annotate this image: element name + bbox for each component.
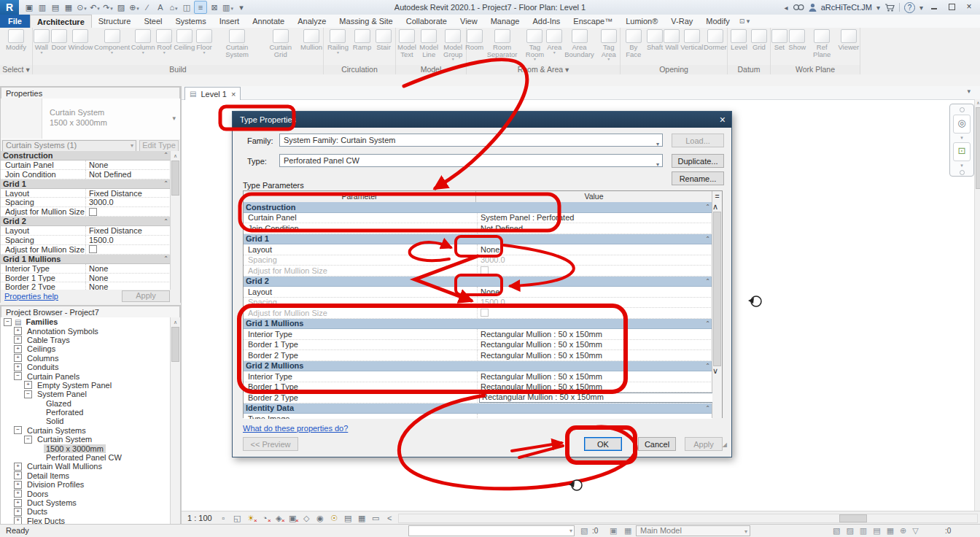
aligned-dimension-icon[interactable]: ∕: [141, 1, 153, 13]
tree-item-duct-systems[interactable]: +Duct Systems: [1, 498, 171, 507]
rendering-dialog-icon[interactable]: ◈×: [273, 513, 284, 524]
tree-item-annotation-symbols[interactable]: +Annotation Symbols: [1, 326, 171, 335]
redo-icon[interactable]: ↷▾: [102, 1, 114, 13]
tree-item-empty-system-panel[interactable]: +Empty System Panel: [1, 381, 171, 390]
model-text-button[interactable]: Model Text: [396, 29, 418, 58]
tree-item-curtain-panels[interactable]: −Curtain Panels: [1, 371, 171, 380]
group-row-grid-1-mullions[interactable]: Grid 1 Mullions⌃: [244, 319, 712, 330]
editing-requests-icon[interactable]: ▧: [580, 526, 588, 536]
design-option-combo[interactable]: Main Model ▾: [636, 525, 750, 536]
tree-item-columns[interactable]: +Columns: [1, 354, 171, 363]
signed-in-user[interactable]: aRcHiTeCt.JM: [821, 3, 872, 12]
collapse-group-icon[interactable]: ⌃: [705, 363, 710, 369]
panel-label-work-plane[interactable]: Work Plane: [771, 65, 860, 74]
group-row-grid-2[interactable]: Grid 2⌃: [244, 277, 712, 287]
railing-button[interactable]: Railing▾: [327, 29, 349, 55]
expand-icon[interactable]: +: [14, 508, 22, 516]
select-by-face-icon[interactable]: ▦: [887, 526, 894, 536]
table-scrollbar[interactable]: ∧ ∨: [712, 202, 722, 418]
dialog-title[interactable]: Type Properties: [233, 112, 731, 128]
expand-icon[interactable]: <: [384, 513, 395, 524]
user-menu-caret-icon[interactable]: ▾: [876, 4, 880, 12]
collapse-group-icon[interactable]: ⌃: [163, 152, 168, 158]
expand-icon[interactable]: +: [14, 499, 22, 507]
drag-on-selection-icon[interactable]: ⊕: [900, 526, 906, 536]
sync-with-central-icon[interactable]: ⊙▾: [76, 1, 88, 13]
model-line-button[interactable]: Model Line: [418, 29, 440, 58]
switch-windows-icon[interactable]: ▥▾: [222, 1, 234, 13]
tab-analyze[interactable]: Analyze: [291, 15, 332, 28]
filter-icon[interactable]: ▽: [912, 526, 918, 536]
minimize-button[interactable]: [928, 1, 941, 13]
by-face-button[interactable]: By Face: [621, 29, 646, 58]
view-scale[interactable]: 1 : 100: [182, 514, 218, 522]
tree-item-conduits[interactable]: +Conduits: [1, 363, 171, 371]
floor-button[interactable]: Floor▾: [195, 29, 213, 55]
group-row-grid-1[interactable]: Grid 1⌃: [1, 179, 171, 189]
scrollbar-thumb[interactable]: [839, 514, 867, 522]
group-row-construction[interactable]: Construction⌃: [244, 202, 712, 213]
tab-file[interactable]: File: [0, 15, 30, 28]
user-icon[interactable]: [809, 3, 817, 12]
viewer-button[interactable]: Viewer: [838, 29, 860, 51]
tree-item-1500-x-3000mm[interactable]: 1500 x 3000mm: [1, 444, 171, 452]
analytical-model-icon[interactable]: ▦: [357, 513, 368, 524]
select-underlay-icon[interactable]: ▥: [860, 526, 867, 536]
expand-icon[interactable]: +: [14, 481, 22, 489]
tree-item-solid[interactable]: Solid: [1, 417, 171, 425]
new-file-icon[interactable]: ▥: [36, 1, 48, 13]
tab-view[interactable]: View: [454, 15, 484, 28]
expand-icon[interactable]: +: [14, 327, 22, 335]
tab-annotate[interactable]: Annotate: [246, 15, 291, 28]
column-button[interactable]: Column▾: [131, 29, 155, 55]
dormer-button[interactable]: Dormer: [704, 29, 727, 51]
scroll-up-icon[interactable]: ∧: [712, 202, 722, 212]
close-button[interactable]: ×: [962, 1, 976, 13]
panel-label-select[interactable]: Select ▾: [0, 65, 32, 74]
ui-views-icon[interactable]: ▣: [23, 1, 35, 13]
rename-button[interactable]: Rename...: [672, 171, 724, 185]
collapse-icon[interactable]: −: [24, 390, 32, 398]
temporary-view-icon[interactable]: ▤: [343, 513, 354, 524]
roof-button[interactable]: Roof▾: [155, 29, 173, 55]
tree-item-doors[interactable]: +Doors: [1, 489, 171, 498]
parameter-header[interactable]: Parameter: [244, 191, 476, 202]
ref-plane-button[interactable]: Ref Plane: [806, 29, 838, 58]
scrollbar-thumb[interactable]: [171, 161, 179, 196]
preview-button[interactable]: << Preview: [243, 437, 298, 451]
tab-massing-site[interactable]: Massing & Site: [332, 15, 399, 28]
expand-icon[interactable]: +: [14, 363, 22, 371]
app-store-cart-icon[interactable]: [884, 3, 895, 12]
measure-icon[interactable]: ⊕▾: [128, 1, 140, 13]
tab-manage[interactable]: Manage: [484, 15, 526, 28]
apply-dialog-button[interactable]: Apply: [685, 437, 723, 451]
adjust-for-mullion-size-checkbox[interactable]: [89, 208, 97, 216]
navbar-customize-icon[interactable]: [960, 107, 965, 112]
level-button[interactable]: Level: [730, 29, 748, 51]
workset-combo[interactable]: ▾: [408, 525, 575, 536]
expand-icon[interactable]: +: [14, 354, 22, 362]
tag-area-button[interactable]: Tag Area▾: [598, 29, 620, 61]
curtain-grid-button[interactable]: Curtain Grid: [261, 29, 300, 58]
component-button[interactable]: Component▾: [93, 29, 131, 55]
tree-item-cable-trays[interactable]: +Cable Trays: [1, 336, 171, 344]
tab-steel[interactable]: Steel: [137, 15, 168, 28]
expand-icon[interactable]: +: [24, 381, 32, 389]
mullion-button[interactable]: Mullion: [300, 29, 323, 51]
open-file-icon[interactable]: ▤: [50, 1, 61, 13]
room-separator-button[interactable]: Room Separator: [482, 29, 522, 58]
customize-qat-icon[interactable]: ▾: [236, 1, 247, 13]
tree-item-curtain-system[interactable]: −Curtain System: [1, 435, 171, 444]
shadows-icon[interactable]: ◔×: [260, 513, 271, 524]
help-menu-caret-icon[interactable]: ▾: [919, 4, 923, 12]
expand-icon[interactable]: +: [14, 490, 22, 498]
show-button[interactable]: Show: [788, 29, 806, 51]
modify-button[interactable]: Modify: [5, 29, 27, 51]
collapse-icon[interactable]: −: [4, 318, 12, 326]
load-button[interactable]: Load...: [672, 134, 724, 147]
model-group-button[interactable]: Model Group▾: [440, 29, 466, 61]
restore-button[interactable]: [945, 1, 958, 13]
collapse-icon[interactable]: −: [14, 426, 22, 434]
stair-button[interactable]: Stair: [375, 29, 392, 51]
tab-v-ray[interactable]: V-Ray: [664, 15, 699, 28]
